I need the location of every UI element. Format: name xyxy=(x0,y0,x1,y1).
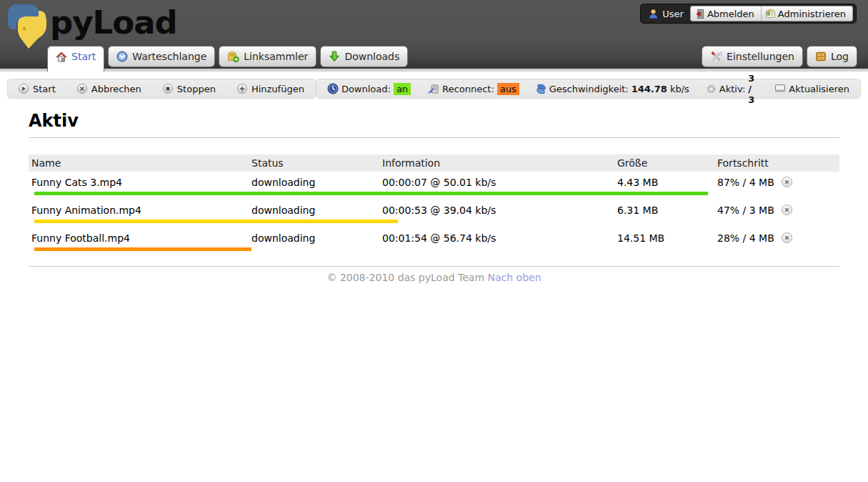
progress-text: 28% / 4 MB xyxy=(717,232,774,244)
refresh-button[interactable]: Aktualisieren xyxy=(774,84,849,94)
download-status: Download: an xyxy=(327,83,411,95)
cell-size: 14.51 MB xyxy=(614,232,714,255)
column-header-progress: Fortschritt xyxy=(714,157,839,169)
cell-name: Funny Football.mp4 xyxy=(29,232,249,255)
cell-information: 00:00:53 @ 39.04 kb/s xyxy=(379,205,614,227)
cell-status: downloading xyxy=(249,177,379,200)
cell-status: downloading xyxy=(249,205,379,227)
user-name: User xyxy=(662,9,684,19)
table-row[interactable]: Funny Football.mp4 downloading 00:01:54 … xyxy=(29,227,839,255)
package-icon xyxy=(227,51,239,62)
logout-button[interactable]: Abmelden xyxy=(691,6,761,21)
column-header-name: Name xyxy=(29,157,249,169)
cancel-circle-icon xyxy=(77,84,87,94)
footer: © 2008-2010 das pyLoad Team Nach oben xyxy=(29,267,839,288)
table-row[interactable]: Funny Animation.mp4 downloading 00:00:53… xyxy=(29,200,839,227)
tab-warteschlange[interactable]: Warteschlange xyxy=(108,46,215,67)
user-box: User Abmelden xyxy=(640,4,857,24)
progress-bar-track xyxy=(31,192,809,195)
cell-progress: 47% / 3 MB xyxy=(714,205,839,227)
cell-size: 6.31 MB xyxy=(614,205,714,227)
cell-status: downloading xyxy=(249,232,379,255)
column-header-status: Status xyxy=(249,157,379,169)
cancel-download-button[interactable] xyxy=(782,232,792,243)
tab-einstellungen[interactable]: Einstellungen xyxy=(702,46,803,67)
tab-einstellungen-label: Einstellungen xyxy=(727,51,794,62)
active-value: 3 / 3 xyxy=(748,73,758,105)
gear-icon xyxy=(706,84,717,94)
tab-linksammler-label: Linksammler xyxy=(244,51,308,62)
stop-circle-icon xyxy=(163,84,173,94)
download-label: Download: xyxy=(341,84,391,94)
add-action-button[interactable]: Hinzufügen xyxy=(237,84,304,94)
page-title: Aktiv xyxy=(29,111,839,131)
cell-name: Funny Cats 3.mp4 xyxy=(29,177,249,200)
logout-icon xyxy=(694,9,705,19)
cell-progress: 28% / 4 MB xyxy=(714,232,839,255)
progress-text: 47% / 3 MB xyxy=(717,205,774,216)
cell-progress: 87% / 4 MB xyxy=(714,177,839,200)
title-divider xyxy=(29,137,839,138)
cell-information: 00:00:07 @ 50.01 kb/s xyxy=(379,177,614,200)
session-buttons: Abmelden Administrieren xyxy=(690,6,853,21)
progress-bar xyxy=(34,220,398,223)
settings-icon xyxy=(710,51,722,62)
reconnect-label: Reconnect: xyxy=(442,84,494,94)
active-status: Aktiv: 3 / 3 xyxy=(706,73,759,105)
tab-log-label: Log xyxy=(831,51,849,62)
tab-warteschlange-label: Warteschlange xyxy=(132,51,206,62)
clock-icon xyxy=(116,51,128,62)
speed-status: Geschwindigkeit: 144.78 kb/s xyxy=(536,84,689,94)
logo-text: pyLoad xyxy=(50,2,177,44)
speed-label: Geschwindigkeit: xyxy=(549,84,629,94)
speed-unit: kb/s xyxy=(670,84,689,94)
tab-start-label: Start xyxy=(71,51,96,62)
status-bar: Download: an Reconnect: aus Geschwind xyxy=(316,79,861,99)
tab-start[interactable]: Start xyxy=(47,46,104,72)
reconnect-state-badge[interactable]: aus xyxy=(497,83,519,95)
main-content: Aktiv Name Status Information Größe Fort… xyxy=(0,111,868,288)
speed-icon xyxy=(536,84,547,94)
progress-bar xyxy=(34,192,708,195)
action-bar: Start Abbrechen Stoppen Hinzufügen xyxy=(7,79,316,99)
cancel-download-button[interactable] xyxy=(782,177,792,187)
refresh-label: Aktualisieren xyxy=(789,84,849,94)
log-icon xyxy=(815,51,827,62)
tab-downloads-label: Downloads xyxy=(344,51,399,62)
tab-log[interactable]: Log xyxy=(807,46,857,67)
cell-size: 4.43 MB xyxy=(614,177,714,200)
app-header: pyLoad User xyxy=(0,0,868,72)
tab-downloads[interactable]: Downloads xyxy=(320,46,408,67)
refresh-monitor-icon xyxy=(774,84,786,94)
administrate-button[interactable]: Administrieren xyxy=(761,6,852,21)
user-icon xyxy=(648,9,659,19)
progress-bar-track xyxy=(31,220,809,223)
stop-action-button[interactable]: Stoppen xyxy=(163,84,216,94)
admin-card-icon xyxy=(765,9,776,19)
downloads-table: Name Status Information Größe Fortschrit… xyxy=(29,154,839,255)
pyload-logo: pyLoad xyxy=(6,2,177,49)
reconnect-icon xyxy=(427,84,439,94)
active-label: Aktiv: xyxy=(719,84,746,94)
tab-linksammler[interactable]: Linksammler xyxy=(219,46,316,67)
toolbar: Start Abbrechen Stoppen Hinzufügen xyxy=(0,72,868,99)
cancel-download-button[interactable] xyxy=(782,205,792,215)
main-tabs: Start Warteschlange xyxy=(47,46,411,72)
table-row[interactable]: Funny Cats 3.mp4 downloading 00:00:07 @ … xyxy=(29,172,839,200)
start-action-button[interactable]: Start xyxy=(19,84,56,94)
pyload-logo-icon xyxy=(6,2,49,49)
add-circle-icon xyxy=(237,84,247,94)
download-icon xyxy=(329,51,340,62)
cancel-action-button[interactable]: Abbrechen xyxy=(77,84,141,94)
cancel-action-label: Abbrechen xyxy=(91,84,141,94)
download-clock-icon xyxy=(327,83,339,94)
download-state-badge[interactable]: an xyxy=(394,83,411,95)
progress-bar xyxy=(34,247,251,251)
administrate-label: Administrieren xyxy=(778,9,846,19)
logout-label: Abmelden xyxy=(707,9,754,19)
cell-name: Funny Animation.mp4 xyxy=(29,205,249,227)
user-label-wrap: User xyxy=(648,9,684,19)
cell-information: 00:01:54 @ 56.74 kb/s xyxy=(379,232,614,255)
footer-link[interactable]: Nach oben xyxy=(488,272,542,283)
column-header-size: Größe xyxy=(614,157,714,169)
